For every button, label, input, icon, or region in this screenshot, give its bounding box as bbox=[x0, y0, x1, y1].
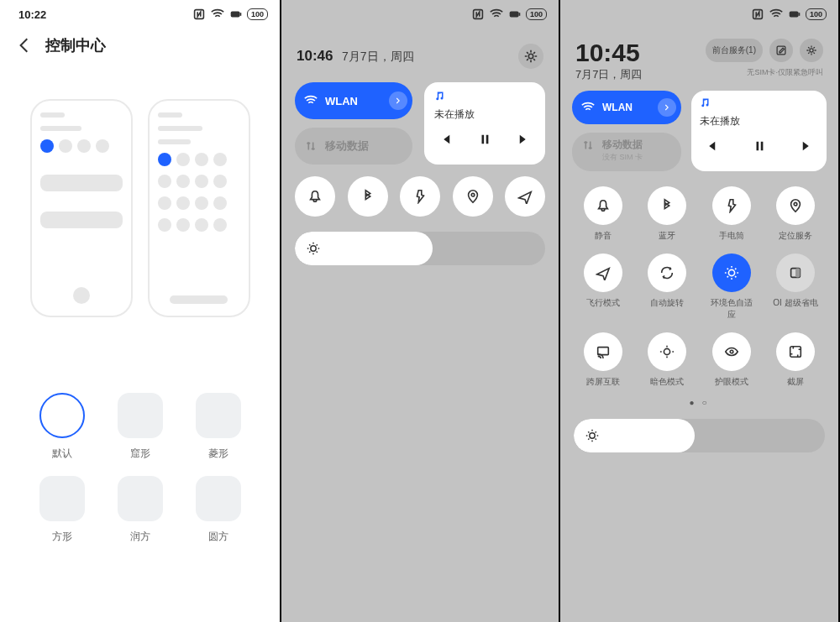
screenshot-icon bbox=[788, 344, 803, 359]
qs-header: 10:45 7月7日，周四 前台服务(1) 无SIM卡·仅限紧急呼叫 bbox=[560, 25, 838, 87]
prev-icon[interactable] bbox=[439, 133, 451, 145]
toggle-item: 蓝牙 bbox=[643, 186, 691, 242]
svg-rect-18 bbox=[798, 13, 800, 16]
battery-percent: 100 bbox=[526, 8, 547, 20]
airplane-icon bbox=[596, 265, 611, 280]
status-bar: 100 bbox=[560, 0, 838, 25]
wifi-icon bbox=[303, 93, 318, 108]
toggle-rotate[interactable] bbox=[648, 254, 686, 292]
sun-icon bbox=[724, 265, 739, 280]
bluetooth-icon bbox=[659, 198, 675, 213]
sim-status: 无SIM卡·仅限紧急呼叫 bbox=[747, 67, 823, 78]
svg-rect-11 bbox=[231, 11, 240, 17]
page-indicator: ● ○ bbox=[560, 398, 838, 407]
status-icons: 100 bbox=[750, 7, 827, 22]
toggle-location[interactable] bbox=[776, 186, 815, 225]
toggle-flashlight[interactable] bbox=[400, 176, 440, 217]
expand-icon[interactable] bbox=[658, 98, 676, 117]
shape-swatch bbox=[39, 476, 85, 521]
wifi-icon bbox=[489, 7, 504, 22]
shape-option[interactable]: 窟形 bbox=[113, 393, 166, 461]
toggle-screenshot[interactable] bbox=[776, 332, 815, 371]
nfc-icon bbox=[750, 7, 765, 22]
brightness-slider[interactable] bbox=[295, 232, 545, 265]
location-icon bbox=[788, 198, 803, 213]
mobile-data-tile[interactable]: 移动数据 bbox=[295, 128, 412, 165]
toggle-item: 手电筒 bbox=[707, 186, 756, 242]
svg-rect-17 bbox=[790, 11, 799, 17]
brightness-slider[interactable] bbox=[574, 419, 825, 452]
gear-icon bbox=[523, 49, 538, 64]
status-icons: 100 bbox=[470, 7, 547, 22]
pause-icon[interactable] bbox=[479, 133, 491, 145]
style-preview-row bbox=[0, 99, 280, 317]
pause-icon[interactable] bbox=[753, 140, 765, 152]
bell-icon bbox=[307, 189, 323, 204]
wlan-tile[interactable]: WLAN bbox=[572, 91, 681, 124]
music-note-icon bbox=[434, 91, 444, 101]
toggle-bluetooth[interactable] bbox=[348, 176, 388, 217]
media-card[interactable]: 未在播放 bbox=[424, 82, 545, 165]
shape-label: 窟形 bbox=[130, 447, 150, 461]
next-icon[interactable] bbox=[801, 140, 813, 152]
expand-icon[interactable] bbox=[389, 91, 407, 110]
preview-expanded[interactable] bbox=[148, 99, 250, 317]
toggle-bell[interactable] bbox=[584, 186, 622, 225]
shape-label: 菱形 bbox=[208, 447, 228, 461]
toggle-item: 飞行模式 bbox=[579, 254, 627, 321]
shape-option[interactable]: 圆方 bbox=[192, 476, 244, 544]
shape-option[interactable]: 菱形 bbox=[192, 393, 244, 461]
toggle-bluetooth[interactable] bbox=[648, 186, 686, 225]
media-card[interactable]: 未在播放 bbox=[691, 91, 827, 171]
quick-settings-compact: 100 10:46 7月7日，周四 WLAN 移动数据 未在播放 bbox=[281, 0, 560, 622]
dark-icon bbox=[659, 344, 675, 359]
toggle-item: 跨屏互联 bbox=[579, 332, 627, 388]
shape-swatch bbox=[118, 393, 163, 438]
data-sublabel: 没有 SIM 卡 bbox=[602, 152, 643, 163]
nfc-icon bbox=[192, 7, 207, 22]
toggle-item: 暗色模式 bbox=[643, 332, 691, 388]
preview-compact[interactable] bbox=[30, 99, 133, 317]
toggle-eye[interactable] bbox=[712, 332, 751, 371]
toggle-label: 静音 bbox=[595, 230, 612, 242]
toggle-label: 截屏 bbox=[787, 376, 804, 388]
toggle-location[interactable] bbox=[453, 176, 493, 217]
next-icon[interactable] bbox=[518, 133, 530, 145]
toggle-dark[interactable] bbox=[648, 332, 686, 371]
toggle-flashlight[interactable] bbox=[712, 186, 751, 225]
foreground-service-button[interactable]: 前台服务(1) bbox=[706, 39, 763, 62]
settings-button[interactable] bbox=[800, 39, 823, 62]
shape-label: 方形 bbox=[52, 530, 72, 544]
toggle-cast[interactable] bbox=[584, 332, 622, 371]
bluetooth-icon bbox=[360, 189, 375, 204]
toggle-label: 环境色自适应 bbox=[707, 297, 756, 321]
settings-button[interactable] bbox=[518, 44, 543, 69]
toggle-row bbox=[281, 165, 559, 217]
prev-icon[interactable] bbox=[705, 140, 717, 152]
shape-option[interactable]: 方形 bbox=[35, 476, 88, 544]
shape-option[interactable]: 默认 bbox=[35, 393, 88, 461]
shape-label: 默认 bbox=[52, 447, 72, 461]
toggle-item: 环境色自适应 bbox=[707, 254, 756, 321]
clock-date: 7月7日，周四 bbox=[575, 67, 642, 82]
cast-icon bbox=[596, 344, 611, 359]
toggle-square[interactable] bbox=[776, 254, 815, 292]
battery-icon bbox=[787, 7, 802, 22]
wlan-label: WLAN bbox=[325, 95, 358, 107]
shape-swatch bbox=[196, 393, 241, 438]
back-icon[interactable] bbox=[15, 36, 34, 55]
primary-tiles: WLAN 移动数据 没有 SIM 卡 未在播放 bbox=[560, 91, 838, 171]
edit-button[interactable] bbox=[769, 39, 793, 62]
status-time: 10:22 bbox=[18, 8, 46, 21]
toggle-sun[interactable] bbox=[712, 254, 751, 292]
toggle-label: 蓝牙 bbox=[659, 230, 675, 242]
flashlight-icon bbox=[724, 198, 739, 213]
shape-option[interactable]: 润方 bbox=[113, 476, 166, 544]
toggle-airplane[interactable] bbox=[584, 254, 622, 292]
toggle-label: 手电筒 bbox=[719, 230, 744, 242]
wlan-tile[interactable]: WLAN bbox=[295, 82, 412, 119]
mobile-data-tile[interactable]: 移动数据 没有 SIM 卡 bbox=[572, 133, 681, 171]
toggle-bell[interactable] bbox=[295, 176, 335, 217]
toggle-airplane[interactable] bbox=[505, 176, 545, 217]
battery-icon bbox=[228, 7, 244, 22]
